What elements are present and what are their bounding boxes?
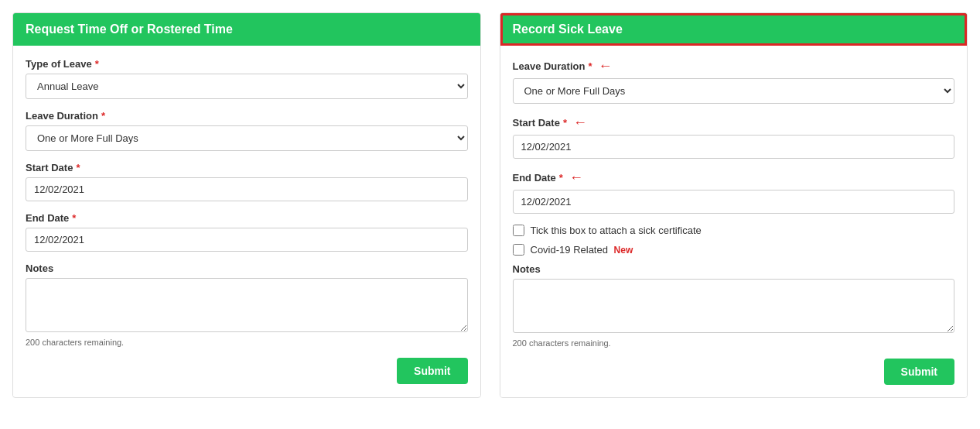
right-panel-title: Record Sick Leave: [513, 22, 623, 36]
right-submit-row: Submit: [513, 359, 955, 385]
left-panel-body: Type of Leave* Annual Leave Sick Leave O…: [13, 46, 480, 396]
left-start-date-input[interactable]: 12/02/2021: [26, 177, 468, 201]
right-end-date-input[interactable]: 12/02/2021: [513, 190, 955, 214]
left-end-date-group: End Date* 12/02/2021: [26, 212, 468, 252]
left-end-date-label: End Date*: [26, 212, 468, 224]
right-char-count: 200 characters remaining.: [513, 338, 955, 348]
left-leave-duration-group: Leave Duration* One or More Full Days Ha…: [26, 110, 468, 151]
right-leave-duration-select[interactable]: One or More Full Days Half Day Hours: [513, 78, 955, 104]
left-leave-duration-label: Leave Duration*: [26, 110, 468, 122]
covid-checkbox[interactable]: [513, 244, 524, 256]
left-end-date-input[interactable]: 12/02/2021: [26, 228, 468, 252]
covid-checkbox-group: Covid-19 Related New: [513, 244, 955, 256]
left-notes-label: Notes: [26, 263, 468, 274]
leave-duration-arrow: ←: [598, 58, 612, 74]
left-panel-title: Request Time Off or Rostered Time: [26, 22, 233, 36]
panels-container: Request Time Off or Rostered Time Type o…: [12, 12, 968, 398]
left-notes-textarea[interactable]: [26, 278, 468, 332]
left-submit-row: Submit: [26, 358, 468, 384]
right-end-date-label: End Date* ←: [513, 170, 955, 186]
left-char-count: 200 characters remaining.: [26, 338, 468, 347]
type-of-leave-label: Type of Leave*: [26, 58, 468, 70]
right-start-date-label: Start Date* ←: [513, 115, 955, 131]
right-panel-header: Record Sick Leave: [500, 13, 968, 46]
right-notes-label: Notes: [513, 263, 955, 275]
left-panel: Request Time Off or Rostered Time Type o…: [12, 12, 481, 398]
left-start-date-group: Start Date* 12/02/2021: [26, 162, 468, 201]
left-leave-duration-select[interactable]: One or More Full Days Half Day Hours: [26, 125, 468, 151]
left-start-date-label: Start Date*: [26, 162, 468, 173]
right-panel: Record Sick Leave Leave Duration* ← One …: [500, 12, 968, 398]
right-notes-textarea[interactable]: [513, 279, 955, 333]
right-notes-group: Notes 200 characters remaining.: [513, 263, 955, 348]
right-submit-button[interactable]: Submit: [884, 359, 954, 385]
end-date-arrow: ←: [569, 170, 583, 186]
right-start-date-group: Start Date* ← 12/02/2021: [513, 115, 955, 159]
right-panel-body: Leave Duration* ← One or More Full Days …: [500, 46, 968, 397]
sick-cert-checkbox[interactable]: [513, 225, 524, 236]
right-end-date-group: End Date* ← 12/02/2021: [513, 170, 955, 214]
right-leave-duration-label: Leave Duration* ←: [513, 58, 955, 74]
covid-label[interactable]: Covid-19 Related New: [531, 244, 633, 256]
left-notes-group: Notes 200 characters remaining.: [26, 263, 468, 347]
type-of-leave-group: Type of Leave* Annual Leave Sick Leave O…: [26, 58, 468, 99]
start-date-arrow: ←: [573, 115, 587, 131]
new-badge: New: [614, 245, 633, 256]
sick-cert-label[interactable]: Tick this box to attach a sick certifica…: [531, 225, 702, 236]
sick-cert-checkbox-group: Tick this box to attach a sick certifica…: [513, 225, 955, 236]
right-start-date-input[interactable]: 12/02/2021: [513, 135, 955, 159]
left-submit-button[interactable]: Submit: [397, 358, 467, 384]
left-panel-header: Request Time Off or Rostered Time: [13, 13, 480, 46]
type-of-leave-select[interactable]: Annual Leave Sick Leave Other: [26, 74, 468, 99]
right-leave-duration-group: Leave Duration* ← One or More Full Days …: [513, 58, 955, 104]
